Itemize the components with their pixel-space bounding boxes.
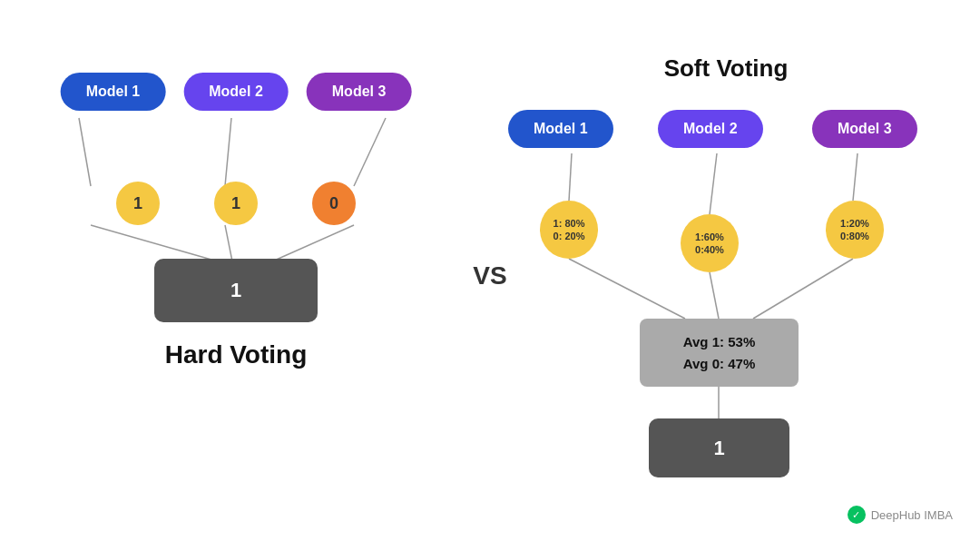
vs-label: VS [473,261,506,290]
svg-line-3 [91,225,218,261]
svg-line-8 [853,153,858,201]
soft-voting-title: Soft Voting [664,54,789,83]
hard-votes-row: 1 1 0 [116,182,356,225]
svg-line-0 [79,118,91,186]
avg-line1: Avg 1: 53% [683,331,755,353]
main-container: Model 1 Model 2 Model 3 1 1 0 1 Hard Vot… [0,0,980,551]
soft-avg-box: Avg 1: 53% Avg 0: 47% [640,319,799,387]
soft-prob2: 1:60% 0:40% [681,214,739,272]
svg-line-10 [710,272,719,319]
svg-line-4 [225,225,232,261]
watermark-text: DeepHub IMBA [871,508,953,522]
hard-model3: Model 3 [307,73,412,111]
avg-line2: Avg 0: 47% [683,353,755,375]
soft-model2: Model 2 [658,110,763,148]
watermark: ✓ DeepHub IMBA [848,506,953,524]
svg-line-7 [710,153,717,214]
soft-prob1: 1: 80% 0: 20% [540,201,598,259]
hard-models-row: Model 1 Model 2 Model 3 [61,73,412,111]
soft-result-box: 1 [649,418,789,477]
soft-voting-diagram: Model 1 Model 2 Model 3 1: 80% 0: 20% 1:… [490,110,962,509]
hard-result-box: 1 [154,259,318,322]
svg-line-1 [225,118,231,186]
hard-voting-label: Hard Voting [165,340,308,369]
hard-model1: Model 1 [61,73,166,111]
hard-vote1: 1 [116,182,160,225]
soft-prob3: 1:20% 0:80% [826,201,884,259]
svg-line-9 [569,259,685,319]
svg-line-6 [569,153,572,201]
svg-line-2 [354,118,386,186]
svg-line-11 [753,259,853,319]
hard-voting-panel: Model 1 Model 2 Model 3 1 1 0 1 Hard Vot… [0,0,472,551]
hard-vote2: 1 [214,182,258,225]
soft-model1: Model 1 [508,110,613,148]
svg-line-5 [272,225,354,261]
hard-model2: Model 2 [183,73,289,111]
hard-vote3: 0 [312,182,356,225]
wechat-icon: ✓ [848,506,866,524]
soft-voting-panel: Soft Voting Model 1 Model 2 [472,0,980,551]
soft-model3: Model 3 [812,110,917,148]
